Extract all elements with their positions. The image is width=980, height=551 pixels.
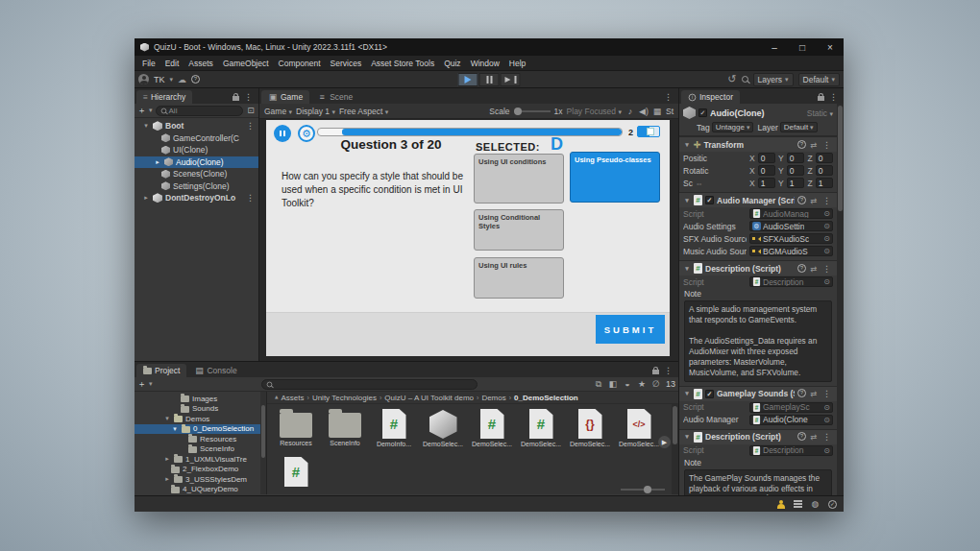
inspector-scrollbar[interactable] (837, 104, 844, 495)
note-text-area[interactable]: The GamePlay Sounds manages the playback… (684, 469, 832, 495)
pause-button[interactable] (479, 73, 500, 86)
hierarchy-search-input[interactable]: All (156, 106, 243, 116)
asset-demoselection-script-1[interactable]: #DemoSelec... (473, 409, 511, 447)
scene-options-icon[interactable]: ⋮ (244, 121, 257, 131)
help-icon[interactable]: ? (797, 140, 806, 149)
account-name[interactable]: TK (154, 75, 165, 84)
tree-item-sounds[interactable]: Sounds (135, 404, 266, 415)
hierarchy-lock-icon[interactable] (233, 96, 239, 101)
scale-x-field[interactable]: 1 (758, 178, 775, 188)
quiz-lives-toggle[interactable] (637, 126, 660, 137)
object-picker-icon[interactable]: ⊙ (823, 446, 830, 455)
audio-manager-object-field[interactable]: #Audio(Clone⊙ (749, 415, 833, 425)
presets-icon[interactable]: ⇄ (810, 264, 817, 274)
background-tasks-icon[interactable]: ✓ (827, 499, 838, 510)
project-lock-icon[interactable] (652, 370, 659, 374)
tab-scene[interactable]: ≡Scene (310, 90, 359, 104)
menu-quiz[interactable]: Quiz (439, 58, 465, 69)
script-object-field[interactable]: #AudioManag⊙ (749, 208, 833, 219)
help-icon[interactable]: ? (191, 75, 200, 84)
component-menu-icon[interactable]: ⋮ (821, 196, 833, 205)
inspector-lock-icon[interactable] (818, 96, 824, 101)
tree-item-3-ussstylesdemo[interactable]: ▸3_USSStylesDem (135, 474, 266, 485)
answer-option-a[interactable]: Using UI conditions (474, 154, 564, 204)
scene-options-icon[interactable]: ⋮ (244, 193, 257, 203)
presets-icon[interactable]: ⇄ (810, 432, 817, 442)
aspect-dropdown[interactable]: Free Aspect ▾ (339, 107, 388, 116)
scale-y-field[interactable]: 1 (787, 178, 804, 188)
breadcrumb-collapse-icon[interactable]: ▾ (275, 394, 279, 401)
rotation-y-field[interactable]: 0 (787, 165, 804, 176)
gameobject-name-field[interactable]: Audio(Clone) (710, 108, 804, 118)
script-object-field[interactable]: #GameplaySc⊙ (749, 402, 833, 413)
presets-icon[interactable]: ⇄ (810, 196, 817, 205)
minimize-button[interactable]: – (763, 38, 786, 56)
cache-server-icon[interactable] (793, 499, 803, 510)
play-button[interactable] (458, 73, 478, 86)
answer-option-c[interactable]: Using UI rules (474, 257, 564, 299)
object-picker-icon[interactable]: ⊙ (823, 403, 830, 412)
rotation-x-field[interactable]: 0 (758, 165, 775, 176)
audio-settings-object-field[interactable]: ⚙AudioSettin⊙ (749, 221, 833, 231)
answer-option-b[interactable]: Using Conditional Styles (474, 209, 564, 251)
tree-scrollbar[interactable] (260, 392, 266, 494)
foldout-icon[interactable]: ▾ (683, 265, 691, 273)
stats-label[interactable]: St (666, 107, 674, 116)
cloud-icon[interactable]: ☁ (178, 75, 186, 84)
account-dropdown-icon[interactable]: ▾ (170, 76, 174, 84)
menu-help[interactable]: Help (504, 58, 530, 69)
hierarchy-item-settings[interactable]: Settings(Clone) (135, 180, 258, 193)
tab-hierarchy[interactable]: ≡Hierarchy (136, 90, 192, 104)
hierarchy-filter-icon[interactable]: ⊡ (246, 106, 256, 115)
display-dropdown[interactable]: Display 1 ▾ (296, 107, 335, 116)
menu-assets[interactable]: Assets (184, 58, 218, 69)
enabled-checkbox[interactable]: ✓ (705, 196, 714, 204)
project-add-dropdown-icon[interactable]: ▾ (149, 380, 153, 388)
asset-demoselection-uxml[interactable]: </>DemoSelec... (620, 409, 658, 447)
project-menu-icon[interactable]: ⋮ (662, 366, 674, 375)
project-add-button[interactable]: ＋ (137, 378, 146, 391)
asset-demoselection-scene[interactable]: DemoSelec... (424, 409, 462, 447)
stats-icon[interactable]: ▦ (652, 107, 662, 116)
game-view-menu-icon[interactable]: ⋮ (662, 92, 674, 102)
presets-icon[interactable]: ⇄ (810, 389, 817, 398)
menu-component[interactable]: Component (274, 58, 326, 69)
asset-demoselection-uss[interactable]: {}DemoSelec... (571, 409, 609, 447)
component-menu-icon[interactable]: ⋮ (821, 264, 833, 274)
maximize-button[interactable]: □ (791, 38, 814, 56)
tab-game[interactable]: ▣Game (261, 90, 309, 104)
script-object-field[interactable]: #Description⊙ (749, 445, 833, 456)
hierarchy-item-audio[interactable]: ▸Audio(Clone) (135, 156, 258, 169)
position-y-field[interactable]: 0 (787, 153, 804, 163)
close-button[interactable]: × (819, 38, 842, 56)
asset-sceneinfo-folder[interactable]: SceneInfo (326, 409, 364, 447)
undo-history-icon[interactable]: ↺ (727, 73, 736, 85)
tree-item-demos[interactable]: ▾Demos (135, 414, 266, 424)
submit-button[interactable]: SUBMIT (596, 315, 665, 344)
more-assets-arrow[interactable]: ▶ (658, 436, 671, 448)
tab-console[interactable]: ▤Console (187, 364, 243, 377)
tree-item-sceneinfo[interactable]: SceneInfo (135, 444, 266, 455)
presets-icon[interactable]: ⇄ (810, 140, 817, 150)
tag-dropdown[interactable]: Untagge▾ (712, 122, 754, 132)
hierarchy-menu-icon[interactable]: ⋮ (242, 92, 255, 102)
hidden-packages-icon[interactable]: ∅ (651, 379, 661, 389)
menu-edit[interactable]: Edit (160, 58, 184, 69)
script-object-field[interactable]: #Description⊙ (749, 276, 833, 287)
tree-item-images[interactable]: Images (135, 394, 266, 404)
sfx-audio-source-object-field[interactable]: SFXAudioSc⊙ (749, 233, 833, 244)
asset-resources-folder[interactable]: Resources (277, 409, 315, 447)
hierarchy-item-ui[interactable]: UI(Clone) (135, 144, 258, 156)
answer-option-d-selected[interactable]: Using Pseudo-classes (570, 152, 660, 203)
help-icon[interactable]: ? (797, 264, 806, 273)
mute-audio-icon[interactable]: ♪ (625, 107, 635, 116)
notifications-icon[interactable]: ◍ (810, 499, 821, 510)
asset-demoselection-script-2[interactable]: #DemoSelec... (522, 409, 560, 447)
open-in-search-icon[interactable]: ⧉ (594, 379, 603, 389)
tree-item-resources[interactable]: Resources (135, 434, 266, 444)
tab-project[interactable]: Project (136, 364, 186, 377)
object-picker-icon[interactable]: ⊙ (823, 209, 830, 218)
foldout-icon[interactable]: ▾ (683, 141, 691, 149)
scale-z-field[interactable]: 1 (816, 178, 833, 188)
tab-inspector[interactable]: iInspector (681, 90, 740, 104)
